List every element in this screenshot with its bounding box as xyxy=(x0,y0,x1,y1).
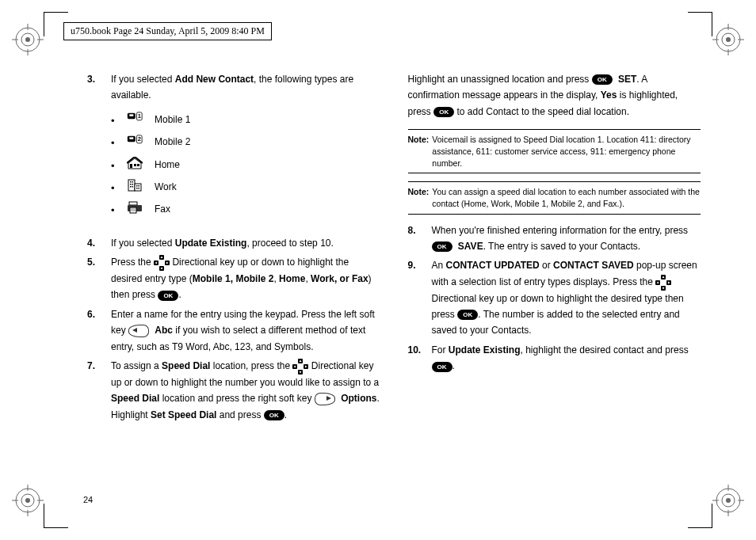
step-number: 3. xyxy=(87,71,95,87)
step-number: 8. xyxy=(408,222,416,238)
svg-rect-33 xyxy=(129,137,133,139)
home-icon xyxy=(127,157,143,169)
svg-text:1: 1 xyxy=(138,113,141,120)
step-text: If you selected Update Existing, proceed… xyxy=(111,238,334,249)
step-number: 7. xyxy=(87,358,95,374)
content: 3. If you selected Add New Contact, the … xyxy=(87,71,701,492)
note-label: Note: xyxy=(408,134,433,169)
page-deco-tl xyxy=(12,24,44,55)
note-text: Voicemail is assigned to Speed Dial loca… xyxy=(432,134,701,169)
right-column: Highlight an unassigned location and pre… xyxy=(408,71,701,492)
svg-point-16 xyxy=(726,37,731,42)
ok-key-icon: OK xyxy=(264,410,284,420)
type-label: Mobile 1 xyxy=(155,114,190,125)
step-number: 6. xyxy=(87,306,95,322)
step-9: 9. An CONTACT UPDATED or CONTACT SAVED p… xyxy=(408,257,701,338)
step-text: When you're finished entering informatio… xyxy=(432,225,689,252)
ok-key-icon: OK xyxy=(433,107,454,117)
crop-mark xyxy=(688,12,712,36)
type-home: • Home xyxy=(111,157,380,173)
step-text: To assign a Speed Dial location, press t… xyxy=(111,360,380,420)
step-7-continued: Highlight an unassigned location and pre… xyxy=(408,71,701,120)
step-10: 10. For Update Existing, highlight the d… xyxy=(408,342,701,375)
svg-rect-47 xyxy=(136,185,138,187)
ok-key-icon: OK xyxy=(158,291,178,301)
step-7: 7. To assign a Speed Dial location, pres… xyxy=(87,358,380,423)
step-4: 4. If you selected Update Existing, proc… xyxy=(87,235,380,251)
left-column: 3. If you selected Add New Contact, the … xyxy=(87,71,380,492)
svg-rect-45 xyxy=(132,186,134,188)
page-deco-tr xyxy=(712,24,744,55)
phone-2-icon: 2 xyxy=(127,134,143,146)
step-number: 10. xyxy=(408,342,422,358)
crop-mark xyxy=(688,504,712,528)
ok-key-icon: OK xyxy=(432,241,452,252)
svg-rect-29 xyxy=(129,115,133,116)
step-number: 5. xyxy=(87,254,95,270)
step-text: An CONTACT UPDATED or CONTACT SAVED pop-… xyxy=(432,260,697,336)
directional-key-icon xyxy=(154,255,170,271)
crop-mark xyxy=(44,504,68,528)
svg-point-23 xyxy=(726,498,731,503)
svg-rect-37 xyxy=(134,164,136,166)
page: u750.book Page 24 Sunday, April 5, 2009 … xyxy=(0,0,756,540)
svg-rect-40 xyxy=(130,181,132,183)
page-number: 24 xyxy=(83,495,93,504)
svg-rect-44 xyxy=(130,186,132,188)
svg-rect-43 xyxy=(132,184,134,185)
svg-point-9 xyxy=(25,498,30,503)
left-softkey-icon xyxy=(128,325,149,337)
svg-rect-49 xyxy=(136,188,138,189)
svg-rect-38 xyxy=(137,164,139,166)
type-label: Fax xyxy=(155,203,170,215)
type-mobile1: • 1 Mobile 1 xyxy=(111,112,380,127)
svg-rect-41 xyxy=(132,181,134,183)
type-label: Mobile 2 xyxy=(155,136,190,147)
step-number: 4. xyxy=(87,235,95,251)
note-label: Note: xyxy=(408,186,433,209)
svg-rect-53 xyxy=(130,207,136,213)
svg-text:2: 2 xyxy=(138,135,141,143)
ok-key-icon: OK xyxy=(432,362,452,372)
step-number: 9. xyxy=(408,257,416,273)
type-fax: • Fax xyxy=(111,201,380,217)
svg-rect-36 xyxy=(130,164,132,168)
page-deco-bl xyxy=(12,485,44,516)
fax-icon xyxy=(127,201,143,214)
phone-1-icon: 1 xyxy=(127,112,143,124)
svg-rect-39 xyxy=(128,180,135,191)
page-header: u750.book Page 24 Sunday, April 5, 2009 … xyxy=(63,22,272,40)
step-text: For Update Existing, highlight the desir… xyxy=(432,344,689,371)
step-6: 6. Enter a name for the entry using the … xyxy=(87,306,380,355)
svg-rect-50 xyxy=(139,188,140,189)
step-text: Press the Directional key up or down to … xyxy=(111,257,372,300)
svg-rect-46 xyxy=(135,184,141,191)
type-label: Home xyxy=(155,159,180,170)
svg-rect-42 xyxy=(130,184,132,185)
step-text: Enter a name for the entry using the key… xyxy=(111,309,375,352)
right-softkey-icon xyxy=(315,393,335,405)
page-deco-br xyxy=(712,485,744,516)
directional-key-icon xyxy=(292,359,308,375)
svg-rect-48 xyxy=(139,185,140,187)
directional-key-icon xyxy=(655,275,671,291)
note-2: Note: You can assign a speed dial locati… xyxy=(408,181,701,214)
type-mobile2: • 2 Mobile 2 xyxy=(111,134,380,150)
svg-point-2 xyxy=(25,37,30,42)
ok-key-icon: OK xyxy=(457,310,478,320)
step-8: 8. When you're finished entering informa… xyxy=(408,222,701,255)
type-label: Work xyxy=(155,181,177,192)
step-text: If you selected Add New Contact, the fol… xyxy=(111,74,353,101)
step-5: 5. Press the Directional key up or down … xyxy=(87,254,380,303)
note-text: You can assign a speed dial location to … xyxy=(432,186,701,209)
work-icon xyxy=(127,179,143,192)
step-3: 3. If you selected Add New Contact, the … xyxy=(87,71,380,232)
type-work: • Work xyxy=(111,179,380,195)
note-1: Note: Voicemail is assigned to Speed Dia… xyxy=(408,129,701,173)
svg-rect-51 xyxy=(129,202,137,205)
ok-key-icon: OK xyxy=(592,74,613,85)
